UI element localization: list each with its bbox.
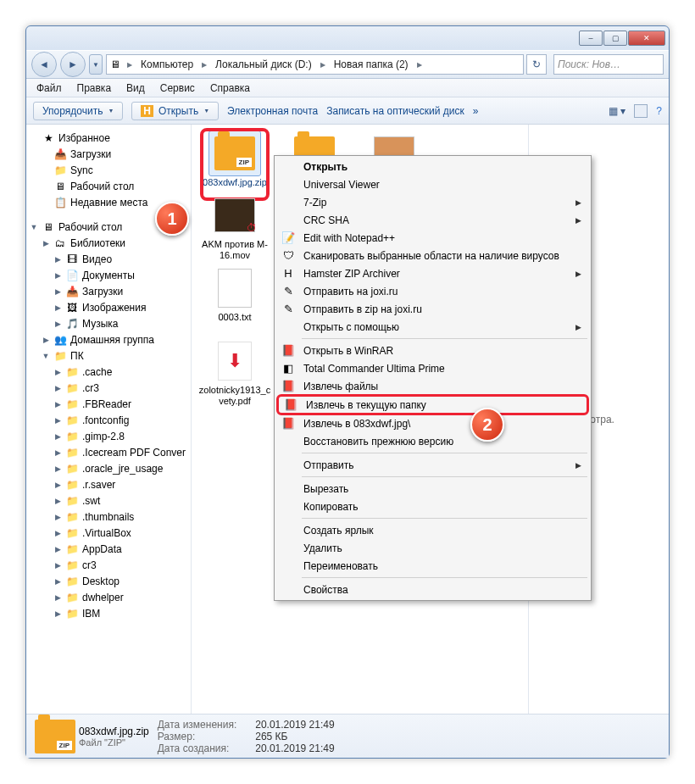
preview-pane-icon[interactable] [634, 104, 648, 118]
file-item[interactable]: AKM против M-16.mov [198, 193, 271, 261]
sidebar-item[interactable]: dwhelper [82, 592, 124, 603]
context-menu[interactable]: ОткрытьUniversal Viewer7-Zip▶CRC SHA▶📝Ed… [274, 155, 592, 601]
sidebar-item[interactable]: .swt [82, 495, 100, 507]
chevron-icon: ▶ [414, 61, 425, 69]
sidebar-item[interactable]: .FBReader [82, 398, 131, 410]
help-icon[interactable]: ? [656, 105, 662, 117]
menu-item-label: Hamster ZIP Archiver [300, 268, 575, 280]
refresh-button[interactable]: ↻ [526, 54, 547, 75]
organize-button[interactable]: Упорядочить▼ [33, 102, 123, 120]
sidebar-item[interactable]: AppData [82, 543, 122, 555]
sidebar-homegroup[interactable]: Домашняя группа [70, 334, 154, 346]
context-menu-item[interactable]: Открыть [276, 158, 589, 175]
context-menu-item[interactable]: Восстановить прежнюю версию [276, 432, 589, 450]
sidebar-item[interactable]: .oracle_jre_usage [82, 463, 163, 475]
email-button[interactable]: Электронная почта [227, 105, 318, 117]
menu-help[interactable]: Справка [203, 81, 257, 96]
context-menu-item[interactable]: Вырезать [276, 480, 589, 498]
menu-item-label: Извлечь файлы [300, 381, 575, 392]
menu-file[interactable]: Файл [30, 81, 69, 96]
context-menu-item[interactable]: 📝Edit with Notepad++ [276, 229, 589, 247]
context-menu-item[interactable]: Свойства [276, 581, 589, 598]
sidebar-lib-video[interactable]: Видео [82, 253, 112, 265]
sidebar-libraries[interactable]: Библиотеки [70, 237, 125, 249]
burn-button[interactable]: Записать на оптический диск [326, 105, 464, 117]
sidebar-lib-downloads[interactable]: Загрузки [82, 286, 123, 297]
sidebar-item[interactable]: .fontconfig [82, 414, 129, 426]
file-item[interactable]: 0003.txt [198, 266, 271, 334]
folder-icon: 📁 [65, 510, 79, 524]
menu-item-label: Создать ярлык [300, 525, 575, 537]
menu-edit[interactable]: Правка [70, 81, 119, 96]
sidebar-item[interactable]: .thumbnails [82, 511, 134, 523]
sidebar-favorites[interactable]: Избранное [58, 132, 110, 144]
breadcrumb-seg[interactable]: Компьютер [139, 58, 195, 70]
sidebar-lib-docs[interactable]: Документы [82, 270, 135, 281]
sidebar-item[interactable]: IBM [82, 608, 100, 620]
context-menu-item[interactable]: Копировать [276, 498, 589, 515]
file-item[interactable]: ⬇zolotnicky1913_cvety.pdf [198, 339, 271, 407]
context-menu-item[interactable]: Переименовать [276, 557, 589, 575]
forward-button[interactable]: ► [60, 52, 86, 77]
context-menu-item[interactable]: HHamster ZIP Archiver▶ [276, 264, 589, 282]
video-icon: 🎞 [65, 253, 79, 266]
context-menu-item[interactable]: Открыть с помощью▶ [276, 318, 589, 336]
sidebar-item[interactable]: .VirtualBox [82, 527, 131, 539]
close-button[interactable]: ✕ [628, 31, 665, 46]
context-menu-item[interactable]: 📕Открыть в WinRAR [276, 342, 589, 359]
context-menu-item[interactable]: CRC SHA▶ [276, 211, 589, 229]
context-menu-item[interactable]: ✎Отправить на joxi.ru [276, 282, 589, 300]
menu-item-label: Открыть [300, 161, 575, 173]
context-menu-item[interactable]: 📕Извлечь в текущую папку [276, 394, 589, 415]
context-menu-item[interactable]: 🛡Сканировать выбранные области на наличи… [276, 247, 589, 264]
menu-tools[interactable]: Сервис [153, 81, 202, 96]
menu-item-label: Total Commander Ultima Prime [300, 363, 575, 375]
sidebar-item[interactable]: Desktop [82, 575, 120, 587]
folder-icon: 📁 [65, 494, 79, 508]
sidebar-item[interactable]: cr3 [82, 559, 97, 571]
context-menu-item[interactable]: Universal Viewer [276, 175, 589, 193]
maximize-button[interactable]: ▢ [603, 31, 627, 46]
sidebar-item[interactable]: .r.saver [82, 479, 115, 491]
sidebar-lib-images[interactable]: Изображения [82, 302, 146, 314]
file-label: AKM против M-16.mov [198, 239, 271, 261]
sidebar-desktop-root[interactable]: Рабочий стол [58, 221, 122, 233]
sidebar-item-desktop[interactable]: Рабочий стол [70, 181, 134, 192]
open-button[interactable]: HОткрыть▼ [131, 102, 219, 120]
back-button[interactable]: ◄ [31, 52, 57, 77]
context-menu-item[interactable]: Удалить [276, 539, 589, 557]
doc-icon: 📄 [65, 269, 79, 282]
menu-item-label: Открыть с помощью [300, 321, 575, 333]
menu-item-label: 7-Zip [300, 197, 575, 209]
context-menu-item[interactable]: ◧Total Commander Ultima Prime [276, 359, 589, 377]
titlebar[interactable]: – ▢ ✕ [26, 26, 669, 50]
sidebar-item[interactable]: .cache [82, 366, 112, 378]
history-dropdown[interactable]: ▼ [89, 54, 103, 75]
address-bar[interactable]: 🖥 ▶ Компьютер ▶ Локальный диск (D:) ▶ Но… [106, 54, 524, 75]
context-menu-item[interactable]: ✎Отправить в zip на joxi.ru [276, 300, 589, 318]
context-menu-item[interactable]: 7-Zip▶ [276, 193, 589, 211]
context-menu-item[interactable]: Отправить▶ [276, 456, 589, 474]
menu-view[interactable]: Вид [120, 81, 152, 96]
sidebar-item-recent[interactable]: Недавние места [70, 197, 147, 209]
sidebar-item[interactable]: .gimp-2.8 [82, 431, 125, 442]
file-item[interactable]: ZIP083xdwf.jpg.zip [198, 131, 271, 188]
view-icon[interactable]: ▦ ▾ [609, 105, 626, 117]
breadcrumb-seg[interactable]: Локальный диск (D:) [214, 58, 314, 70]
context-menu-item[interactable]: 📕Извлечь файлы [276, 377, 589, 395]
context-menu-item[interactable]: Создать ярлык [276, 521, 589, 539]
sidebar-item-sync[interactable]: Sync [70, 164, 93, 176]
sidebar-pc[interactable]: ПК [70, 350, 84, 362]
minimize-button[interactable]: – [579, 31, 603, 46]
menu-item-label: Переименовать [300, 560, 575, 572]
breadcrumb-seg[interactable]: Новая папка (2) [332, 58, 410, 70]
menu-item-label: Universal Viewer [300, 179, 575, 191]
search-input[interactable]: Поиск: Нов… [553, 54, 664, 75]
sidebar-item[interactable]: .Icecream PDF Conver [82, 447, 186, 459]
context-menu-item[interactable]: 📕Извлечь в 083xdwf.jpg\ [276, 414, 589, 432]
sidebar-item-downloads[interactable]: Загрузки [70, 148, 111, 160]
sidebar-item[interactable]: .cr3 [82, 382, 99, 394]
menu-item-label: Удалить [300, 542, 575, 554]
sidebar-lib-music[interactable]: Музыка [82, 318, 118, 330]
more-button[interactable]: » [473, 105, 479, 117]
